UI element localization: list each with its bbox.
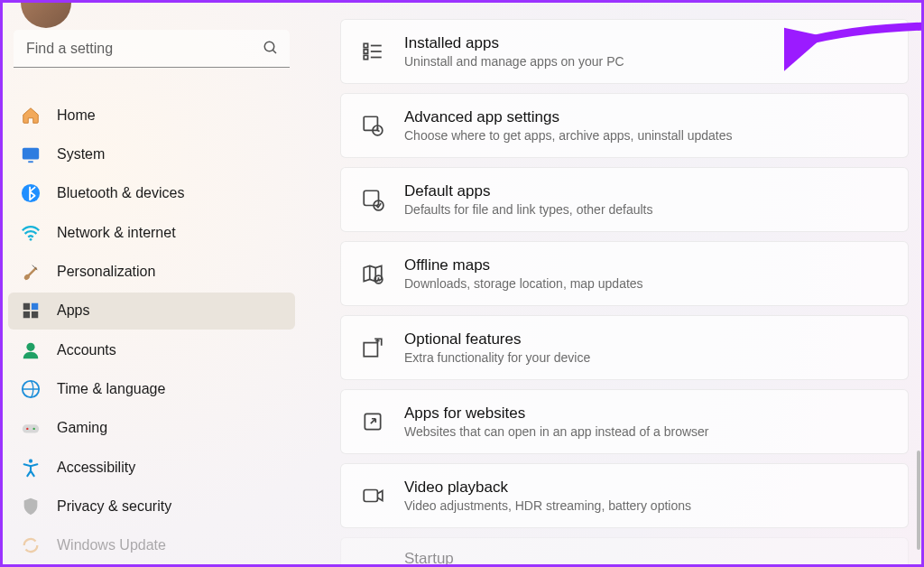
card-video-playback[interactable]: Video playback Video adjustments, HDR st… — [340, 463, 909, 528]
svg-rect-7 — [32, 303, 38, 310]
card-subtitle: Websites that can open in an app instead… — [404, 424, 709, 439]
svg-point-5 — [30, 238, 32, 241]
map-icon — [361, 262, 384, 285]
svg-rect-27 — [364, 343, 377, 357]
sidebar-item-label: Network & internet — [57, 225, 176, 241]
sidebar-item-label: Privacy & security — [57, 498, 171, 515]
sidebar-item-label: Apps — [57, 302, 89, 319]
sidebar-item-label: System — [57, 146, 105, 163]
installed-apps-icon — [361, 40, 384, 63]
svg-rect-8 — [23, 311, 30, 318]
card-title: Video playback — [404, 479, 691, 497]
card-title: Apps for websites — [404, 404, 709, 423]
card-offline-maps[interactable]: Offline maps Downloads, storage location… — [340, 241, 909, 306]
update-icon — [21, 535, 41, 555]
card-title: Optional features — [404, 330, 590, 349]
gaming-icon — [21, 418, 41, 438]
svg-rect-24 — [364, 191, 378, 205]
sidebar-item-label: Time & language — [57, 381, 165, 397]
sidebar: Home System Bluetooth & devices Network … — [3, 3, 300, 564]
sidebar-item-label: Home — [57, 107, 96, 124]
sidebar-nav: Home System Bluetooth & devices Network … — [8, 97, 295, 564]
card-optional-features[interactable]: Optional features Extra functionality fo… — [340, 315, 909, 380]
startup-icon — [361, 547, 384, 564]
accessibility-icon — [21, 458, 41, 478]
main-content: Installed apps Uninstall and manage apps… — [300, 3, 921, 564]
card-startup[interactable]: Startup — [340, 537, 909, 564]
optional-features-icon — [361, 336, 384, 359]
wifi-icon — [21, 223, 41, 243]
home-icon — [21, 106, 41, 125]
shield-icon — [21, 497, 41, 516]
svg-line-1 — [273, 50, 276, 53]
svg-rect-9 — [32, 311, 38, 318]
default-apps-icon — [361, 188, 384, 211]
svg-point-13 — [26, 428, 28, 430]
svg-point-15 — [29, 459, 32, 462]
card-subtitle: Video adjustments, HDR streaming, batter… — [404, 498, 691, 513]
sidebar-item-personalization[interactable]: Personalization — [8, 253, 295, 290]
svg-point-0 — [264, 42, 274, 51]
card-subtitle: Extra functionality for your device — [404, 350, 590, 365]
globe-clock-icon — [21, 379, 41, 399]
accounts-icon — [21, 340, 41, 360]
sidebar-item-label: Bluetooth & devices — [57, 185, 184, 201]
svg-rect-2 — [23, 148, 39, 160]
card-advanced-app-settings[interactable]: Advanced app settings Choose where to ge… — [340, 93, 909, 158]
svg-rect-6 — [23, 303, 30, 310]
system-icon — [21, 144, 41, 164]
apps-icon — [21, 301, 41, 321]
video-icon — [361, 484, 384, 507]
card-apps-for-websites[interactable]: Apps for websites Websites that can open… — [340, 389, 909, 454]
sidebar-item-time-language[interactable]: Time & language — [8, 370, 295, 407]
card-title: Advanced app settings — [404, 108, 732, 126]
card-title: Startup — [404, 550, 454, 564]
svg-rect-16 — [364, 43, 367, 47]
svg-point-10 — [26, 342, 34, 350]
sidebar-item-system[interactable]: System — [8, 135, 295, 172]
card-subtitle: Downloads, storage location, map updates — [404, 276, 643, 291]
sidebar-item-network[interactable]: Network & internet — [8, 214, 295, 251]
sidebar-item-label: Accounts — [57, 342, 116, 358]
card-title: Offline maps — [404, 256, 643, 274]
sidebar-item-label: Accessibility — [57, 460, 135, 476]
card-default-apps[interactable]: Default apps Defaults for file and link … — [340, 167, 909, 232]
sidebar-item-label: Gaming — [57, 420, 107, 436]
sidebar-item-privacy[interactable]: Privacy & security — [8, 488, 295, 525]
sidebar-item-windows-update[interactable]: Windows Update — [8, 527, 295, 564]
svg-rect-12 — [23, 425, 39, 433]
card-installed-apps[interactable]: Installed apps Uninstall and manage apps… — [340, 19, 909, 84]
search-icon — [263, 40, 279, 56]
sidebar-item-gaming[interactable]: Gaming — [8, 410, 295, 447]
sidebar-item-label: Personalization — [57, 264, 155, 280]
paintbrush-icon — [21, 262, 41, 282]
search-field-wrap — [14, 30, 290, 68]
sidebar-item-home[interactable]: Home — [8, 97, 295, 134]
search-input[interactable] — [14, 30, 290, 68]
svg-rect-29 — [364, 490, 377, 502]
card-title: Installed apps — [404, 34, 624, 52]
card-title: Default apps — [404, 182, 652, 200]
advanced-settings-icon — [361, 114, 384, 137]
svg-rect-18 — [364, 55, 367, 59]
card-subtitle: Choose where to get apps, archive apps, … — [404, 128, 732, 143]
scrollbar-thumb[interactable] — [917, 451, 920, 550]
card-subtitle: Defaults for file and link types, other … — [404, 202, 652, 217]
bluetooth-icon — [21, 183, 41, 203]
sidebar-item-accessibility[interactable]: Accessibility — [8, 449, 295, 486]
sidebar-item-bluetooth[interactable]: Bluetooth & devices — [8, 175, 295, 212]
svg-rect-17 — [364, 50, 367, 53]
sidebar-item-apps[interactable]: Apps — [8, 293, 295, 330]
sidebar-item-label: Windows Update — [57, 537, 166, 553]
sidebar-item-accounts[interactable]: Accounts — [8, 331, 295, 368]
svg-rect-22 — [364, 116, 377, 130]
open-external-icon — [361, 410, 384, 433]
svg-point-14 — [32, 428, 34, 430]
svg-rect-3 — [28, 161, 33, 163]
card-subtitle: Uninstall and manage apps on your PC — [404, 54, 624, 69]
